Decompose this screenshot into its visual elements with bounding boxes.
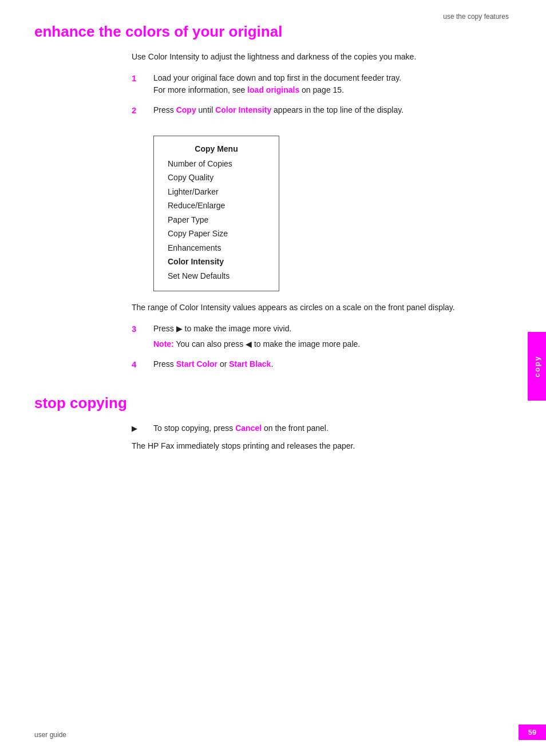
step-2-text: Press Copy until Color Intensity appears…: [153, 104, 403, 117]
section2-heading: stop copying: [34, 394, 512, 412]
step-4-number: 4: [132, 358, 149, 371]
step-2: 2 Press Copy until Color Intensity appea…: [132, 104, 477, 117]
menu-item-enhancements: Enhancements: [168, 241, 265, 255]
intro-text: Use Color Intensity to adjust the lightn…: [132, 51, 477, 63]
step-1-text2: on page 15.: [299, 85, 344, 94]
copy-menu-box: Copy Menu Number of Copies Copy Quality …: [153, 136, 279, 292]
footer-label: user guide: [34, 731, 66, 739]
start-black-link[interactable]: Start Black: [229, 359, 271, 369]
note-line: Note: You can also press ◀ to make the i…: [153, 338, 360, 350]
step-4-mid: or: [217, 359, 229, 369]
copy-menu-items: Number of Copies Copy Quality Lighter/Da…: [168, 157, 265, 283]
menu-item-copy-quality: Copy Quality: [168, 171, 265, 185]
top-right-label: use the copy features: [443, 13, 509, 21]
page: use the copy features enhance the colors…: [0, 0, 546, 756]
menu-item-lighter-darker: Lighter/Darker: [168, 185, 265, 199]
section1-heading: enhance the colors of your original: [34, 23, 512, 41]
step-2-mid: until: [196, 105, 215, 114]
menu-item-copy-paper-size: Copy Paper Size: [168, 227, 265, 241]
step-3-text: Press ▶ to make the image more vivid. No…: [153, 323, 360, 350]
bullet-arrow: ▶: [132, 423, 149, 434]
bullet-text: To stop copying, press Cancel on the fro…: [153, 422, 329, 434]
side-tab-label: copy: [533, 355, 541, 377]
menu-item-color-intensity: Color Intensity: [168, 255, 265, 269]
step-3-number: 3: [132, 323, 149, 350]
note-label: Note:: [153, 339, 174, 349]
start-color-link[interactable]: Start Color: [176, 359, 217, 369]
side-tab: copy: [528, 332, 546, 401]
copy-menu-title: Copy Menu: [168, 144, 265, 153]
steps-list-2: 3 Press ▶ to make the image more vivid. …: [132, 323, 477, 371]
menu-item-reduce-enlarge: Reduce/Enlarge: [168, 199, 265, 213]
step-2-pre: Press: [153, 105, 176, 114]
stop-copying-section: stop copying ▶ To stop copying, press Ca…: [34, 394, 512, 452]
menu-item-number-of-copies: Number of Copies: [168, 157, 265, 171]
color-intensity-link[interactable]: Color Intensity: [215, 105, 271, 114]
bullet-item-1: ▶ To stop copying, press Cancel on the f…: [132, 422, 477, 434]
footer-page: 59: [519, 725, 546, 740]
step-1-text: Load your original face down and top fir…: [153, 72, 401, 96]
bullet-list: ▶ To stop copying, press Cancel on the f…: [132, 422, 477, 434]
step-3-main: Press ▶ to make the image more vivid.: [153, 324, 291, 333]
menu-item-paper-type: Paper Type: [168, 213, 265, 227]
note-text: You can also press ◀ to make the image m…: [174, 339, 360, 349]
step-4-pre: Press: [153, 359, 176, 369]
step-1: 1 Load your original face down and top f…: [132, 72, 477, 96]
step-3: 3 Press ▶ to make the image more vivid. …: [132, 323, 477, 350]
load-originals-link[interactable]: load originals: [247, 85, 299, 94]
step-2-number: 2: [132, 104, 149, 117]
step-2-post: appears in the top line of the display.: [271, 105, 403, 114]
copy-link[interactable]: Copy: [176, 105, 196, 114]
step-4: 4 Press Start Color or Start Black.: [132, 358, 477, 371]
hp-fax-text: The HP Fax immediately stops printing an…: [132, 440, 477, 452]
cancel-link[interactable]: Cancel: [235, 423, 262, 433]
bullet-pre: To stop copying, press: [153, 423, 235, 433]
bullet-post: on the front panel.: [262, 423, 329, 433]
steps-list: 1 Load your original face down and top f…: [132, 72, 477, 117]
range-text: The range of Color Intensity values appe…: [132, 302, 477, 314]
content-block: Use Color Intensity to adjust the lightn…: [132, 51, 477, 371]
stop-copying-content: ▶ To stop copying, press Cancel on the f…: [132, 422, 477, 452]
step-4-post: .: [271, 359, 273, 369]
step-4-text: Press Start Color or Start Black.: [153, 358, 273, 371]
step-1-number: 1: [132, 72, 149, 96]
menu-item-set-new-defaults: Set New Defaults: [168, 269, 265, 283]
